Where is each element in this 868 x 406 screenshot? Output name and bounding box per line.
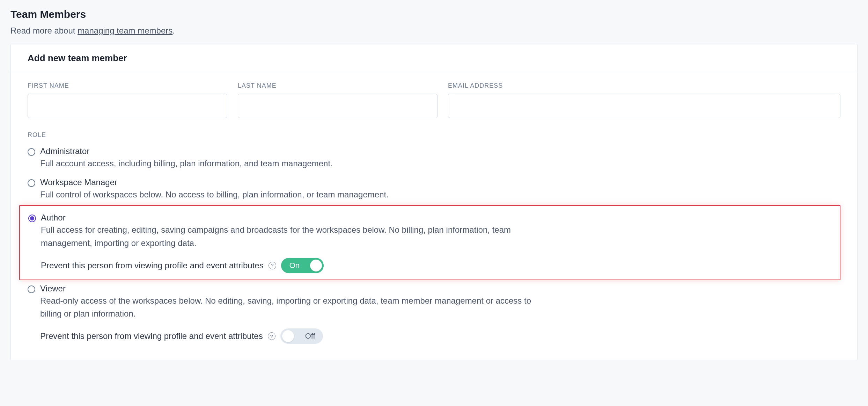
role-title-workspace-manager: Workspace Manager (40, 177, 536, 187)
email-group: EMAIL ADDRESS (448, 82, 840, 118)
add-member-card: Add new team member FIRST NAME LAST NAME… (10, 44, 858, 360)
role-section-label: ROLE (28, 131, 840, 139)
role-content-workspace-manager: Workspace Manager Full control of worksp… (40, 177, 536, 201)
toggle-text-on: On (289, 261, 300, 270)
help-icon[interactable]: ? (269, 262, 276, 269)
role-option-workspace-manager[interactable]: Workspace Manager Full control of worksp… (28, 176, 840, 207)
email-label: EMAIL ADDRESS (448, 82, 840, 89)
role-desc-author: Full access for creating, editing, savin… (41, 223, 537, 249)
role-title-administrator: Administrator (40, 146, 536, 156)
first-name-group: FIRST NAME (28, 82, 227, 118)
role-radio-viewer[interactable] (28, 285, 35, 293)
role-option-viewer[interactable]: Viewer Read-only access of the workspace… (28, 282, 840, 350)
managing-team-members-link[interactable]: managing team members (78, 26, 172, 35)
last-name-group: LAST NAME (238, 82, 437, 118)
role-title-author: Author (41, 213, 537, 223)
role-desc-viewer: Read-only access of the workspaces below… (40, 294, 536, 320)
prevent-label-author: Prevent this person from viewing profile… (41, 261, 264, 270)
toggle-knob (282, 330, 294, 342)
last-name-label: LAST NAME (238, 82, 437, 89)
role-content-viewer: Viewer Read-only access of the workspace… (40, 284, 536, 344)
prevent-toggle-viewer[interactable]: Off (280, 328, 323, 344)
role-desc-administrator: Full account access, including billing, … (40, 157, 536, 170)
prevent-row-viewer: Prevent this person from viewing profile… (40, 328, 536, 344)
card-body: FIRST NAME LAST NAME EMAIL ADDRESS ROLE … (11, 72, 857, 360)
toggle-text-off: Off (305, 332, 315, 341)
role-radio-author[interactable] (28, 215, 36, 222)
role-radio-workspace-manager[interactable] (28, 179, 35, 187)
role-radio-administrator[interactable] (28, 148, 35, 156)
prevent-row-author: Prevent this person from viewing profile… (41, 258, 537, 273)
role-content-administrator: Administrator Full account access, inclu… (40, 146, 536, 170)
role-title-viewer: Viewer (40, 284, 536, 293)
last-name-input[interactable] (238, 94, 437, 118)
first-name-label: FIRST NAME (28, 82, 227, 89)
subtitle-suffix: . (172, 26, 175, 35)
first-name-input[interactable] (28, 94, 227, 118)
form-row-name-email: FIRST NAME LAST NAME EMAIL ADDRESS (28, 82, 840, 118)
toggle-knob (310, 260, 322, 271)
role-content-author: Author Full access for creating, editing… (41, 213, 537, 273)
card-header-title: Add new team member (28, 53, 840, 64)
prevent-toggle-author[interactable]: On (281, 258, 324, 273)
page-title: Team Members (10, 8, 858, 20)
role-desc-workspace-manager: Full control of workspaces below. No acc… (40, 188, 536, 201)
page-subtitle: Read more about managing team members. (10, 26, 858, 36)
role-option-administrator[interactable]: Administrator Full account access, inclu… (28, 145, 840, 176)
card-header: Add new team member (11, 44, 857, 72)
email-input[interactable] (448, 94, 840, 118)
subtitle-prefix: Read more about (10, 26, 78, 35)
help-icon[interactable]: ? (268, 332, 275, 340)
prevent-label-viewer: Prevent this person from viewing profile… (40, 331, 263, 341)
role-option-author[interactable]: Author Full access for creating, editing… (19, 205, 840, 280)
